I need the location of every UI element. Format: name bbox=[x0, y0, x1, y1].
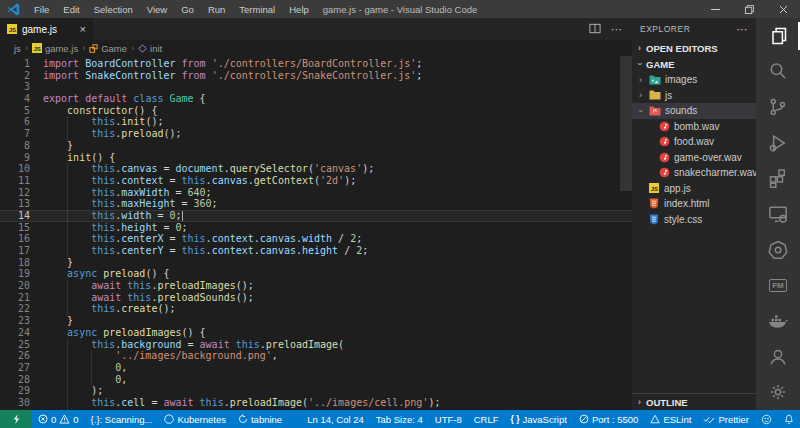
code-line-30[interactable]: 30 this.cell = await this.preloadImage('… bbox=[0, 397, 632, 409]
activity-remote-explorer-icon[interactable] bbox=[756, 196, 800, 232]
status-utf-8[interactable]: UTF-8 bbox=[429, 410, 468, 428]
code-line-18[interactable]: 18 } bbox=[0, 257, 632, 269]
close-tab-icon[interactable]: × bbox=[80, 24, 86, 35]
menu-item-selection[interactable]: Selection bbox=[87, 4, 140, 15]
menu-item-edit[interactable]: Edit bbox=[56, 4, 86, 15]
code-line-3[interactable]: 3 bbox=[0, 81, 632, 93]
breadcrumb-item-js[interactable]: js bbox=[14, 43, 21, 54]
tree-item-images[interactable]: ›images bbox=[632, 72, 756, 88]
code-line-26[interactable]: 26 '../images/background.png', bbox=[0, 350, 632, 362]
code-line-25[interactable]: 25 this.background = await this.preloadI… bbox=[0, 339, 632, 351]
editor-scrollbar[interactable] bbox=[620, 56, 632, 410]
code-line-23[interactable]: 23 } bbox=[0, 315, 632, 327]
activity-search-icon[interactable] bbox=[756, 54, 800, 90]
code-token: context bbox=[212, 245, 254, 256]
status-tabnine[interactable]: tabnine bbox=[232, 410, 288, 428]
code-line-16[interactable]: 16 this.centerX = this.context.canvas.wi… bbox=[0, 233, 632, 245]
code-line-5[interactable]: 5 constructor() { bbox=[0, 105, 632, 117]
code-line-22[interactable]: 22 this.create(); bbox=[0, 303, 632, 315]
code-line-12[interactable]: 12 this.maxWidth = 640; bbox=[0, 187, 632, 199]
code-line-2[interactable]: 2import SnakeController from './controll… bbox=[0, 70, 632, 82]
tree-item-game-over-wav[interactable]: game-over.wav bbox=[632, 150, 756, 166]
code-line-19[interactable]: 19 async preload() { bbox=[0, 268, 632, 280]
status-kubernetes[interactable]: Kubernetes bbox=[158, 410, 232, 428]
tree-item-style-css[interactable]: style.css bbox=[632, 212, 756, 228]
code-line-6[interactable]: 6 this.init(); bbox=[0, 116, 632, 128]
code-line-1[interactable]: 1import BoardController from './controll… bbox=[0, 58, 632, 70]
section-project-game[interactable]: › GAME bbox=[632, 56, 756, 72]
code-line-17[interactable]: 17 this.centerY = this.context.canvas.he… bbox=[0, 245, 632, 257]
activity-run-debug-icon[interactable] bbox=[756, 125, 800, 161]
tree-item-js[interactable]: ›js bbox=[632, 88, 756, 104]
code-line-11[interactable]: 11 this.context = this.canvas.getContext… bbox=[0, 175, 632, 187]
code-line-20[interactable]: 20 await this.preloadImages(); bbox=[0, 280, 632, 292]
tab-game-js[interactable]: JS game.js × bbox=[0, 18, 94, 40]
code-line-8[interactable]: 8 } bbox=[0, 140, 632, 152]
tree-item-food-wav[interactable]: food.wav bbox=[632, 134, 756, 150]
menu-item-view[interactable]: View bbox=[140, 4, 174, 15]
activity-kubernetes-icon[interactable] bbox=[756, 232, 800, 268]
code-line-21[interactable]: 21 await this.preloadSounds(); bbox=[0, 292, 632, 304]
code-line-29[interactable]: 29 ); bbox=[0, 385, 632, 397]
menu-item-file[interactable]: File bbox=[27, 4, 56, 15]
status-bell-icon[interactable] bbox=[778, 410, 800, 428]
close-window-button[interactable] bbox=[766, 0, 800, 18]
code-line-9[interactable]: 9 init() { bbox=[0, 152, 632, 164]
tree-item-sounds[interactable]: ›sounds bbox=[632, 103, 756, 119]
code-line-28[interactable]: 28 0, bbox=[0, 374, 632, 386]
code-line-13[interactable]: 13 this.maxHeight = 360; bbox=[0, 198, 632, 210]
code-editor[interactable]: 1import BoardController from './controll… bbox=[0, 56, 632, 410]
code-line-10[interactable]: 10 this.canvas = document.querySelector(… bbox=[0, 163, 632, 175]
status--scanning-[interactable]: {.}: Scanning... bbox=[85, 410, 159, 428]
activity-account-icon[interactable] bbox=[756, 339, 800, 375]
breadcrumb-separator-icon: › bbox=[25, 43, 28, 53]
editor-group: JS game.js × ⋯ js›JSgame.js›Game›init 1i… bbox=[0, 18, 632, 410]
activity-explorer-icon[interactable] bbox=[756, 18, 800, 54]
remote-indicator[interactable] bbox=[0, 410, 32, 428]
status-crlf[interactable]: CRLF bbox=[468, 410, 505, 428]
activity-extensions-icon[interactable] bbox=[756, 161, 800, 197]
status-eslint[interactable]: ESLint bbox=[644, 410, 697, 428]
section-outline[interactable]: › OUTLINE bbox=[632, 393, 756, 410]
code-line-31[interactable]: 31 this.food = await this.preloadImage('… bbox=[0, 409, 632, 410]
status-javascript[interactable]: { }JavaScript bbox=[505, 410, 573, 428]
more-actions-icon[interactable]: ⋯ bbox=[611, 23, 622, 36]
restore-button[interactable] bbox=[732, 0, 766, 18]
section-open-editors[interactable]: › OPEN EDITORS bbox=[632, 40, 756, 56]
status-ln-14-col-24[interactable]: Ln 14, Col 24 bbox=[301, 410, 370, 428]
tree-item-index-html[interactable]: index.html bbox=[632, 196, 756, 212]
explorer-more-actions-icon[interactable]: ⋯ bbox=[737, 23, 749, 36]
code-token: / bbox=[332, 233, 350, 244]
status-tab-size-4[interactable]: Tab Size: 4 bbox=[370, 410, 429, 428]
activity-source-control-icon[interactable] bbox=[756, 89, 800, 125]
breadcrumb-item-init[interactable]: init bbox=[138, 43, 162, 54]
menu-item-help[interactable]: Help bbox=[282, 4, 316, 15]
tree-item-bomb-wav[interactable]: bomb.wav bbox=[632, 119, 756, 135]
minimize-button[interactable] bbox=[698, 0, 732, 18]
tree-item-label: index.html bbox=[664, 198, 710, 209]
code-line-4[interactable]: 4export default class Game { bbox=[0, 93, 632, 105]
status-feedback-icon[interactable] bbox=[755, 410, 778, 428]
code-line-14[interactable]: 14 this.width = 0; bbox=[0, 210, 632, 222]
code-line-27[interactable]: 27 0, bbox=[0, 362, 632, 374]
status-port-5500[interactable]: Port : 5500 bbox=[573, 410, 644, 428]
activity-docker-icon[interactable] bbox=[756, 303, 800, 339]
problems-indicator[interactable]: 0 0 bbox=[32, 410, 85, 428]
breadcrumb-item-Game[interactable]: Game bbox=[89, 43, 127, 54]
scrollbar-slider[interactable] bbox=[620, 56, 632, 191]
activity-settings-icon[interactable] bbox=[756, 374, 800, 410]
code-token: = bbox=[175, 198, 193, 209]
breadcrumb-item-game-js[interactable]: JSgame.js bbox=[32, 43, 78, 54]
code-line-15[interactable]: 15 this.height = 0; bbox=[0, 222, 632, 234]
code-line-24[interactable]: 24 async preloadImages() { bbox=[0, 327, 632, 339]
menu-item-go[interactable]: Go bbox=[174, 4, 201, 15]
tree-item-snakecharmer-wav[interactable]: snakecharmer.wav bbox=[632, 165, 756, 181]
code-line-7[interactable]: 7 this.preload(); bbox=[0, 128, 632, 140]
text-cursor bbox=[182, 211, 183, 221]
tree-item-app-js[interactable]: JSapp.js bbox=[632, 181, 756, 197]
activity-fm-icon[interactable]: FM bbox=[756, 267, 800, 303]
menu-item-run[interactable]: Run bbox=[201, 4, 232, 15]
split-editor-icon[interactable] bbox=[589, 20, 601, 38]
status-prettier[interactable]: Prettier bbox=[697, 410, 755, 428]
menu-item-terminal[interactable]: Terminal bbox=[232, 4, 282, 15]
